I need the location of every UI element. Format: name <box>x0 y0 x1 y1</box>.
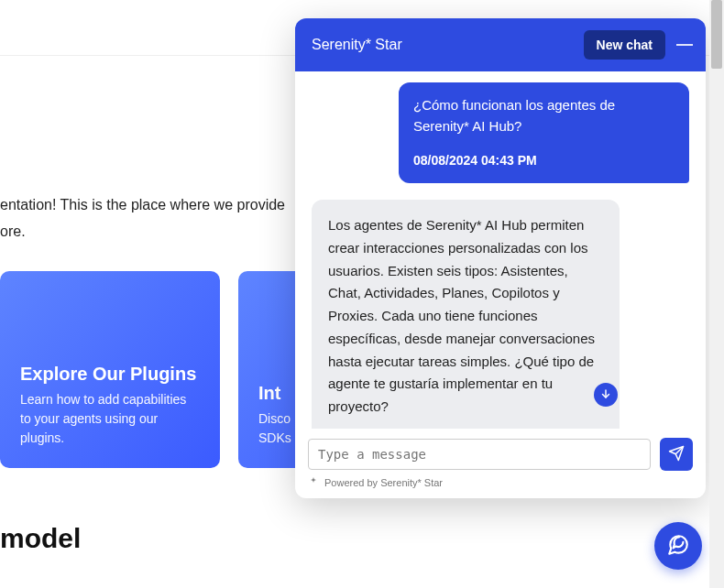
chat-fab-button[interactable] <box>654 522 702 570</box>
arrow-down-icon <box>599 387 612 403</box>
message-input[interactable] <box>308 439 651 470</box>
minimize-button[interactable] <box>676 44 693 46</box>
scroll-down-button[interactable] <box>594 383 618 407</box>
bot-message-text: Los agentes de Serenity* AI Hub permiten… <box>328 214 603 419</box>
chat-footer: Powered by Serenity* Star <box>295 476 706 498</box>
chat-widget: Serenity* Star New chat ¿Cómo funcionan … <box>295 18 706 498</box>
chat-input-row <box>295 429 706 476</box>
chat-title: Serenity* Star <box>312 37 402 53</box>
user-message-time: 08/08/2024 04:43 PM <box>413 151 675 170</box>
chat-bubble-icon <box>666 533 690 560</box>
card-explore-plugins[interactable]: Explore Our Plugins Learn how to add cap… <box>0 271 220 468</box>
page-scrollbar[interactable] <box>709 0 724 588</box>
send-icon <box>668 445 685 464</box>
send-button[interactable] <box>660 438 693 471</box>
chat-header-right: New chat <box>584 30 693 60</box>
card-desc-line2: SDKs <box>258 430 291 445</box>
bot-message: Los agentes de Serenity* AI Hub permiten… <box>312 200 620 429</box>
section-heading: model <box>0 523 724 554</box>
card-desc-line1: Disco <box>258 411 291 426</box>
user-message-text: ¿Cómo funcionan los agentes de Serenity*… <box>413 95 675 136</box>
card-title: Explore Our Plugins <box>20 364 200 385</box>
chat-body[interactable]: ¿Cómo funcionan los agentes de Serenity*… <box>295 71 706 429</box>
chat-footer-text: Powered by Serenity* Star <box>324 477 443 488</box>
user-message: ¿Cómo funcionan los agentes de Serenity*… <box>399 82 689 183</box>
scrollbar-thumb[interactable] <box>711 0 722 69</box>
card-desc: Learn how to add capabilities to your ag… <box>20 390 200 448</box>
chat-header: Serenity* Star New chat <box>295 18 706 71</box>
new-chat-button[interactable]: New chat <box>584 30 665 60</box>
sparkle-icon <box>308 476 319 489</box>
